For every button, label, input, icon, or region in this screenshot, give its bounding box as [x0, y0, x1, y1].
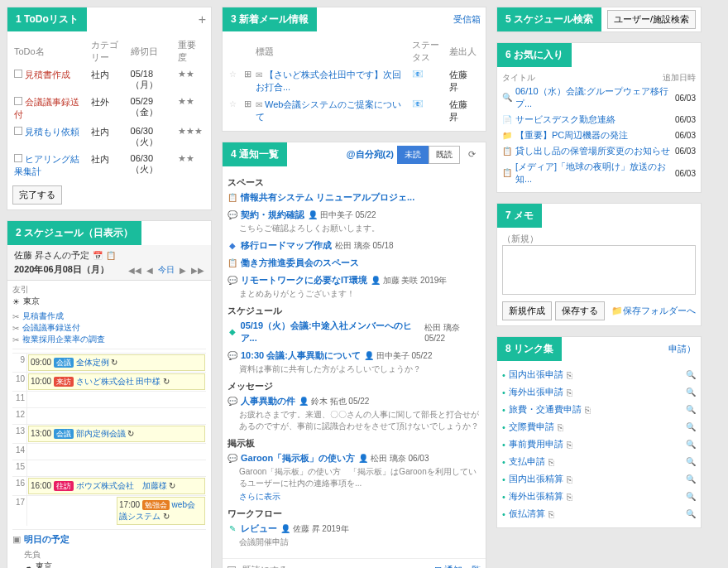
notif-type-icon: 📋: [228, 258, 237, 268]
today-button[interactable]: 今日: [158, 264, 175, 276]
detail-icon[interactable]: 🔍: [686, 474, 696, 484]
search-portlet: 5 スケジュール検索ユーザー/施設検索: [496, 7, 702, 32]
notif-item-link[interactable]: 働き方推進委員会のスペース: [241, 257, 359, 269]
todo-item-link[interactable]: 会議議事録送付: [14, 97, 79, 119]
status-icon: 📧: [412, 99, 424, 108]
expand-icon[interactable]: ⊞: [244, 99, 251, 108]
todo-checkbox[interactable]: [14, 97, 22, 105]
detail-icon[interactable]: 🔍: [686, 492, 696, 501]
fav-item-link[interactable]: 貸し出し品の保管場所変更のお知らせ: [515, 145, 670, 157]
allday-event[interactable]: 複業採用企業率の調査: [22, 334, 105, 345]
link-item[interactable]: 交際費申請: [509, 421, 554, 433]
link-item[interactable]: 仮払清算: [509, 508, 545, 520]
fav-portlet: 6 お気に入り タイトル追加日時 🔍06/10（水）会議:グループウェア移行プ.…: [496, 42, 702, 193]
todo-item-link[interactable]: ヒアリング結果集計: [14, 154, 79, 176]
user-facility-search-button[interactable]: ユーザー/施設検索: [607, 10, 696, 29]
next-month-icon[interactable]: ▶▶: [191, 266, 204, 275]
detail-icon[interactable]: 🔍: [686, 405, 696, 414]
notif-item-link[interactable]: 契約・規約確認: [241, 209, 304, 221]
notif-item-link[interactable]: 移行ロードマップ作成: [241, 239, 332, 252]
person-icon: 👤: [371, 276, 381, 285]
link-item[interactable]: 旅費・交通費申請: [509, 403, 582, 416]
mail-subject[interactable]: 【さいど株式会社田中です】次回お打合...: [256, 70, 401, 92]
memo-folder-link[interactable]: 📁保存フォルダーへ: [611, 305, 696, 317]
show-more-link[interactable]: さらに表示: [239, 492, 280, 501]
calendar-event[interactable]: 09:00 会議 全体定例 ↻: [28, 354, 205, 371]
todo-checkbox[interactable]: [14, 154, 22, 162]
star-icon[interactable]: ☆: [229, 70, 237, 79]
memo-portlet: 7 メモ （新規） 新規作成 保存する 📁保存フォルダーへ: [496, 203, 702, 326]
link-item[interactable]: 国内出張申請: [509, 368, 563, 381]
detail-icon[interactable]: 🔍: [686, 440, 696, 449]
refresh-icon[interactable]: ⟳: [463, 149, 481, 160]
fav-item-link[interactable]: [メディア]「地球の夜明け」放送のお知...: [515, 161, 672, 185]
fav-type-icon: 📄: [502, 115, 512, 125]
search-title: 5 スケジュール検索: [497, 7, 601, 31]
tomorrow-heading[interactable]: 明日の予定: [24, 533, 69, 546]
notif-section-heading: スペース: [228, 176, 481, 189]
tab-read[interactable]: 既読: [429, 146, 460, 164]
notif-section-heading: スケジュール: [228, 305, 481, 317]
mark-read-button[interactable]: 既読にする: [242, 564, 288, 568]
calendar-event[interactable]: 13:00 会議 部内定例会議 ↻: [28, 426, 205, 442]
fav-item-link[interactable]: サービスデスク勤怠連絡: [515, 113, 615, 126]
link-item[interactable]: 海外出張申請: [509, 386, 563, 398]
bullet-icon: •: [502, 405, 505, 415]
fav-item-link[interactable]: 【重要】PC周辺機器の発注: [515, 129, 628, 142]
memo-create-button[interactable]: 新規作成: [502, 301, 552, 320]
notif-portlet: 4 通知一覧 @自分宛(2) 未読 既読 ⟳ スペース📋情報共有システム リニュ…: [222, 142, 486, 568]
notif-section-heading: ワークフロー: [228, 508, 481, 520]
detail-icon[interactable]: 🔍: [686, 370, 696, 379]
bullet-icon: •: [502, 509, 505, 519]
detail-icon[interactable]: 🔍: [686, 457, 696, 466]
schedule-portlet: 2 スケジュール（日表示） 佐藤 昇さんの予定 📅 📋 2020年06月08日（…: [7, 220, 212, 568]
detail-icon[interactable]: 🔍: [686, 509, 696, 518]
todo-checkbox[interactable]: [14, 70, 22, 78]
todo-item-link[interactable]: 見積もり依頼: [25, 127, 79, 137]
prev-month-icon[interactable]: ◀◀: [128, 266, 141, 275]
day-view-icon[interactable]: 📅: [93, 251, 103, 261]
notif-item-link[interactable]: Garoon「掲示板」の使い方: [241, 452, 355, 465]
scissors-icon: ✂: [12, 324, 19, 333]
allday-event[interactable]: 見積書作成: [22, 310, 64, 322]
prev-day-icon[interactable]: ◀: [146, 266, 153, 275]
repeat-icon: ↻: [127, 429, 134, 438]
notif-item-link[interactable]: 05/19（火）会議:中途入社メンバーへのヒア...: [241, 320, 422, 344]
fav-item-link[interactable]: 06/10（水）会議:グループウェア移行プ...: [515, 85, 672, 110]
detail-icon[interactable]: 🔍: [686, 422, 696, 431]
notif-item-link[interactable]: レビュー: [241, 522, 277, 535]
link-item[interactable]: 海外出張精算: [509, 490, 563, 503]
allday-event[interactable]: 会議議事録送付: [22, 322, 80, 334]
todo-item-link[interactable]: 見積書作成: [25, 70, 70, 79]
memo-save-button[interactable]: 保存する: [555, 301, 605, 320]
notif-item-link[interactable]: リモートワークに必要なIT環境: [241, 274, 367, 286]
calendar-event[interactable]: 17:00 勉強会 web会議システム ↻: [117, 497, 205, 525]
notif-item-link[interactable]: 情報共有システム リニューアルプロジェ...: [241, 191, 414, 204]
expand-icon[interactable]: ⊞: [244, 69, 251, 79]
detail-icon[interactable]: 🔍: [686, 387, 696, 397]
notif-excerpt: こちらご確認よろしくお願いします。: [239, 223, 481, 234]
tab-unread[interactable]: 未読: [397, 146, 429, 164]
todo-checkbox[interactable]: [14, 127, 22, 135]
memo-textarea[interactable]: [502, 245, 696, 295]
mail-subject[interactable]: Web会議システムのご提案について: [256, 99, 401, 122]
complete-button[interactable]: 完了する: [12, 185, 62, 205]
link-item[interactable]: 国内出張精算: [509, 473, 563, 485]
memo-title: 7 メモ: [497, 204, 542, 228]
calendar-event[interactable]: 10:00 来訪 さいど株式会社 田中様 ↻: [28, 373, 205, 390]
star-icon[interactable]: ☆: [229, 99, 237, 108]
external-icon: ⎘: [567, 370, 572, 380]
notif-item-link[interactable]: 10:30 会議:人事異動について: [241, 349, 361, 362]
link-item[interactable]: 支払申請: [509, 455, 545, 468]
list-view-icon[interactable]: 📋: [106, 251, 116, 261]
collapse-icon[interactable]: ▣: [12, 534, 21, 545]
calendar-event[interactable]: 16:00 往訪 ボウズ株式会社 加藤様 ↻: [28, 478, 205, 494]
next-day-icon[interactable]: ▶: [180, 266, 186, 275]
filter-self[interactable]: @自分宛(2): [347, 148, 394, 161]
inbox-link[interactable]: 受信箱: [453, 13, 481, 26]
link-item[interactable]: 事前費用申請: [509, 438, 563, 450]
all-notif-link[interactable]: ⊟ 通知一覧: [434, 564, 481, 568]
add-icon[interactable]: +: [199, 12, 206, 27]
notif-item-link[interactable]: 人事異動の件: [241, 395, 295, 407]
external-icon: ⎘: [567, 474, 572, 484]
